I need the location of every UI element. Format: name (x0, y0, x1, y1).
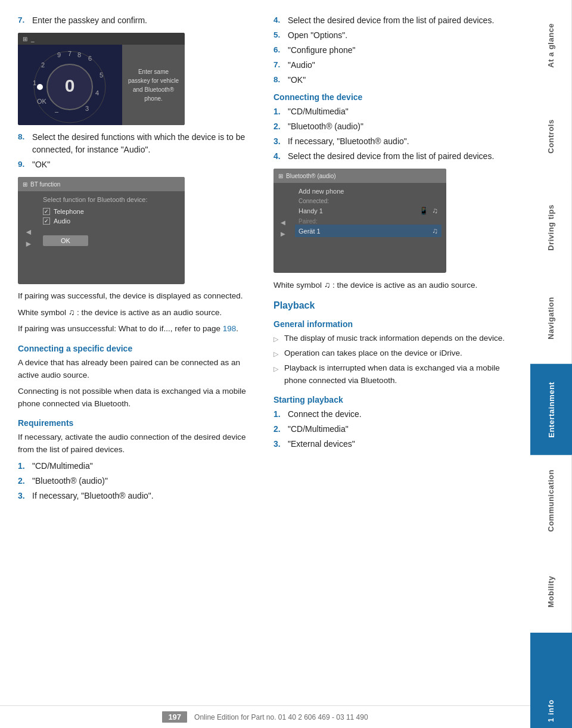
passkey-topbar-icon: ⊞ (23, 36, 27, 42)
req-step-3-text: If necessary, "Bluetooth® audio". (32, 490, 257, 502)
sidebar-tab-controls[interactable]: Controls (530, 91, 572, 182)
step-7-right: 7. "Audio" (273, 59, 512, 71)
bt-audio-add-new: Add new phone (295, 186, 442, 197)
req-step-2-num: 2. (18, 475, 27, 487)
step-8-left: 8. Select the desired functions with whi… (18, 131, 257, 156)
step-9-num: 9. (18, 158, 27, 171)
bt-topbar-title: BT function (30, 181, 60, 188)
svg-text:4: 4 (95, 89, 99, 97)
bullet-2: ▷ Operation can takes place on the devic… (273, 347, 512, 359)
step-7-right-num: 7. (273, 59, 283, 71)
cd-step-2: 2. "Bluetooth® (audio)" (273, 120, 512, 133)
info-sidebar-label: 1 info (547, 699, 555, 722)
bt-audio-arrows: ◄ ► (273, 183, 290, 273)
connecting-specific-device-heading: Connecting a specific device (18, 344, 257, 353)
cd-step-1: 1. "CD/Multimedia" (273, 105, 512, 118)
cd-step-3: 3. If necessary, "Bluetooth® audio". (273, 135, 512, 148)
cd-step-2-text: "Bluetooth® (audio)" (288, 120, 512, 133)
req-step-3-num: 3. (18, 490, 27, 502)
bt-audio-body: ◄ ► Add new phone Connected: Handy 1 📱 ♫ (273, 183, 446, 273)
bt-option-telephone: ✓ Telephone (43, 208, 178, 215)
bt-audio-screenshot: ⊞ Bluetooth® (audio) ◄ ► Add new phone C… (273, 169, 446, 273)
req-step-2: 2. "Bluetooth® (audio)" (18, 475, 257, 487)
connecting-specific-device-para1: A device that has already been paired ca… (18, 357, 257, 382)
bt-select-label: Select function for Bluetooth device: (43, 196, 178, 203)
bt-audio-device1-icons: 📱 ♫ (419, 206, 438, 215)
bt-audio-topbar: ⊞ Bluetooth® (audio) (273, 169, 446, 183)
step-5-text: Open "Options". (288, 29, 512, 42)
step-7-num: 7. (18, 14, 27, 27)
bullet-3-text: Playback is interrupted when data is exc… (284, 362, 512, 387)
requirements-heading: Requirements (18, 418, 257, 428)
bullet-1: ▷ The display of music track information… (273, 332, 512, 344)
cd-step-1-num: 1. (273, 105, 283, 118)
right-sidebar: At a glance Controls Driving tips Naviga… (530, 0, 572, 728)
step-5-right: 5. Open "Options". (273, 29, 512, 42)
bullet-1-text: The display of music track information d… (284, 332, 505, 344)
bt-ok-wrapper: OK (43, 231, 178, 246)
bt-audio-topbar-icon: ⊞ (278, 173, 283, 179)
general-info-heading: General information (273, 319, 512, 329)
sp-step-3-text: "External devices" (288, 438, 512, 450)
step-8-right: 8. "OK" (273, 74, 512, 86)
svg-text:–: – (55, 108, 59, 115)
bt-audio-topbar-title: Bluetooth® (audio) (286, 173, 336, 179)
sp-step-2: 2. "CD/Multimedia" (273, 423, 512, 435)
bt-option-telephone-text: Telephone (54, 208, 84, 215)
sidebar-tab-entertainment[interactable]: Entertainment (530, 364, 572, 455)
page-number: 197 (162, 711, 187, 723)
para-pairing-fail: If pairing was unsuccessful: What to do … (18, 323, 257, 335)
step-4-text: Select the desired device from the list … (288, 14, 512, 27)
svg-text:1: 1 (33, 79, 36, 86)
sidebar-tab-mobility[interactable]: Mobility (530, 546, 572, 637)
svg-text:7: 7 (68, 50, 72, 57)
sidebar-tab-communication[interactable]: Communication (530, 455, 572, 546)
requirements-para: If necessary, activate the audio connect… (18, 431, 257, 456)
step-8-right-num: 8. (273, 74, 283, 86)
sidebar-tab-driving-tips[interactable]: Driving tips (530, 182, 572, 273)
connecting-device-heading-right: Connecting the device (273, 92, 512, 102)
bt-option-audio-text: Audio (54, 217, 70, 225)
passkey-instruction-text: Enter same passkey for vehicle and Bluet… (127, 67, 180, 103)
bt-audio-device2-row: Gerät 1 ♫ (295, 225, 442, 237)
bullet-2-text: Operation can takes place on the device … (284, 347, 462, 359)
svg-text:0: 0 (65, 76, 75, 95)
info-sidebar: 1 info (530, 633, 572, 728)
sp-step-3: 3. "External devices" (273, 438, 512, 450)
bullet-3: ▷ Playback is interrupted when data is e… (273, 362, 512, 387)
step-6-text: "Configure phone" (288, 44, 512, 57)
music-icon-device1: ♫ (432, 206, 438, 215)
bt-audio-device1-row: Handy 1 📱 ♫ (295, 204, 442, 217)
bt-ok-button: OK (43, 235, 88, 246)
step-6-right: 6. "Configure phone" (273, 44, 512, 57)
sidebar-tab-navigation[interactable]: Navigation (530, 273, 572, 364)
step-9-left: 9. "OK" (18, 158, 257, 171)
svg-text:2: 2 (41, 61, 45, 69)
bt-audio-device1: Handy 1 (299, 207, 323, 214)
svg-text:6: 6 (88, 55, 92, 62)
cd-step-4-text: Select the desired device from the list … (288, 150, 512, 163)
playback-heading: Playback (273, 300, 512, 311)
bullet-arrow-3: ▷ (273, 364, 281, 387)
starting-playback-heading: Starting playback (273, 395, 512, 405)
step-7-left: 7. Enter the passkey and confirm. (18, 14, 257, 27)
cd-step-4: 4. Select the desired device from the li… (273, 150, 512, 163)
sidebar-tab-at-a-glance[interactable]: At a glance (530, 0, 572, 91)
step-7-right-text: "Audio" (288, 59, 512, 71)
svg-text:OK: OK (37, 98, 47, 105)
svg-point-14 (37, 84, 43, 90)
passkey-dial-area: 7 6 5 4 3 – OK 1 2 9 8 (18, 45, 122, 125)
req-step-1: 1. "CD/Multimedia" (18, 460, 257, 472)
step-8-right-text: "OK" (288, 74, 512, 86)
bt-nav-arrows: ◄ ► (18, 191, 36, 284)
bt-audio-arrow-left: ◄ (279, 218, 287, 227)
bullet-arrow-2: ▷ (273, 349, 281, 359)
para-white-prefix-right: White symbol (273, 281, 324, 290)
passkey-topbar: ⊞ _ (18, 33, 185, 45)
bullet-arrow-1: ▷ (273, 334, 281, 344)
svg-text:5: 5 (100, 71, 103, 79)
bt-function-screenshot: ⊞ BT function ◄ ► Select function for Bl… (18, 177, 185, 284)
req-step-3: 3. If necessary, "Bluetooth® audio". (18, 490, 257, 502)
bt-main-content: Select function for Bluetooth device: ✓ … (36, 191, 185, 284)
link-page-198[interactable]: 198 (223, 324, 237, 333)
